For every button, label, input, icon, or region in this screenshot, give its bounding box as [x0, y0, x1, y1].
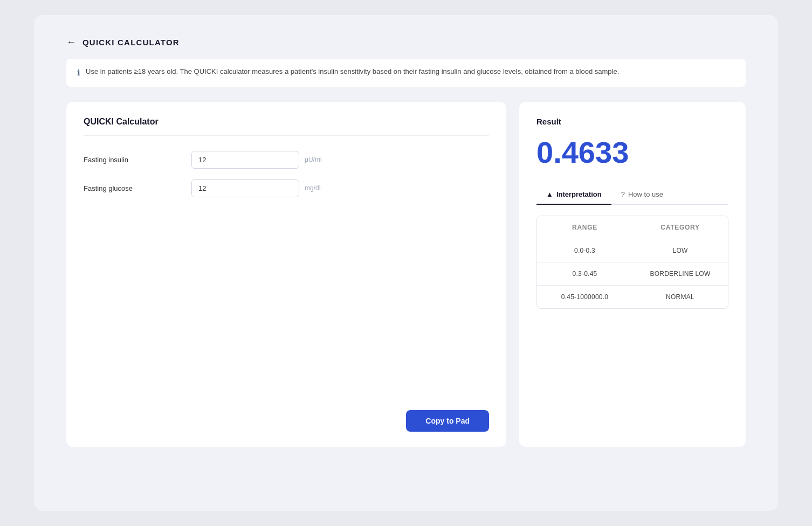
fasting-glucose-input[interactable]: [192, 180, 295, 197]
fasting-insulin-unit: μU/ml: [305, 156, 322, 163]
how-to-use-tab-label: How to use: [628, 190, 663, 198]
info-icon: ℹ: [77, 67, 80, 79]
table-row: 0.45-1000000.0 NORMAL: [537, 285, 728, 308]
range-cell-2: 0.3-0.45: [537, 262, 632, 285]
fasting-glucose-unit: mg/dL: [305, 184, 322, 192]
copy-btn-wrapper: Copy to Pad: [84, 399, 489, 432]
category-cell-2: BORDERLINE LOW: [632, 262, 728, 285]
table-row: 0.0-0.3 LOW: [537, 239, 728, 262]
how-to-use-tab-icon: ?: [621, 190, 625, 198]
page-title: QUICKI CALCULATOR: [82, 38, 180, 47]
interpretation-tab-label: Interpretation: [556, 190, 602, 198]
table-row: 0.3-0.45 BORDERLINE LOW: [537, 262, 728, 285]
fasting-glucose-input-wrapper: ✕: [191, 179, 299, 197]
interpretation-table: RANGE CATEGORY 0.0-0.3 LOW 0.3-0.45 BORD…: [536, 216, 728, 309]
result-tabs: ▲ Interpretation ? How to use: [536, 185, 728, 205]
fasting-glucose-row: Fasting glucose ✕ mg/dL: [84, 179, 489, 197]
fasting-insulin-row: Fasting insulin ✕ μU/ml: [84, 151, 489, 169]
result-label: Result: [536, 117, 728, 126]
back-button[interactable]: ←: [66, 37, 76, 48]
category-cell-1: LOW: [632, 239, 728, 262]
tab-how-to-use[interactable]: ? How to use: [611, 185, 673, 204]
fasting-insulin-input-wrapper: ✕: [191, 151, 299, 169]
range-cell-3: 0.45-1000000.0: [537, 286, 632, 308]
range-cell-1: 0.0-0.3: [537, 239, 632, 262]
table-header: RANGE CATEGORY: [537, 216, 728, 239]
main-content: QUICKI Calculator Fasting insulin ✕ μU/m…: [66, 102, 746, 447]
fasting-glucose-clear-button[interactable]: ✕: [295, 181, 299, 196]
result-panel: Result 0.4633 ▲ Interpretation ? How to …: [519, 102, 746, 447]
info-text: Use in patients ≥18 years old. The QUICK…: [86, 66, 619, 77]
fasting-glucose-label: Fasting glucose: [84, 184, 191, 192]
header: ← QUICKI CALCULATOR: [66, 37, 746, 48]
tab-interpretation[interactable]: ▲ Interpretation: [536, 185, 611, 204]
category-cell-3: NORMAL: [632, 286, 728, 308]
calculator-panel: QUICKI Calculator Fasting insulin ✕ μU/m…: [66, 102, 506, 447]
copy-to-pad-button[interactable]: Copy to Pad: [406, 410, 489, 432]
info-banner: ℹ Use in patients ≥18 years old. The QUI…: [66, 59, 746, 87]
calculator-title: QUICKI Calculator: [84, 117, 489, 136]
result-value: 0.4633: [536, 135, 728, 170]
fasting-insulin-label: Fasting insulin: [84, 156, 191, 164]
interpretation-tab-icon: ▲: [546, 190, 553, 198]
app-container: ← QUICKI CALCULATOR ℹ Use in patients ≥1…: [34, 15, 778, 511]
category-header: CATEGORY: [632, 216, 728, 239]
range-header: RANGE: [537, 216, 632, 239]
fasting-insulin-input[interactable]: [192, 151, 295, 168]
fasting-insulin-clear-button[interactable]: ✕: [295, 152, 299, 167]
